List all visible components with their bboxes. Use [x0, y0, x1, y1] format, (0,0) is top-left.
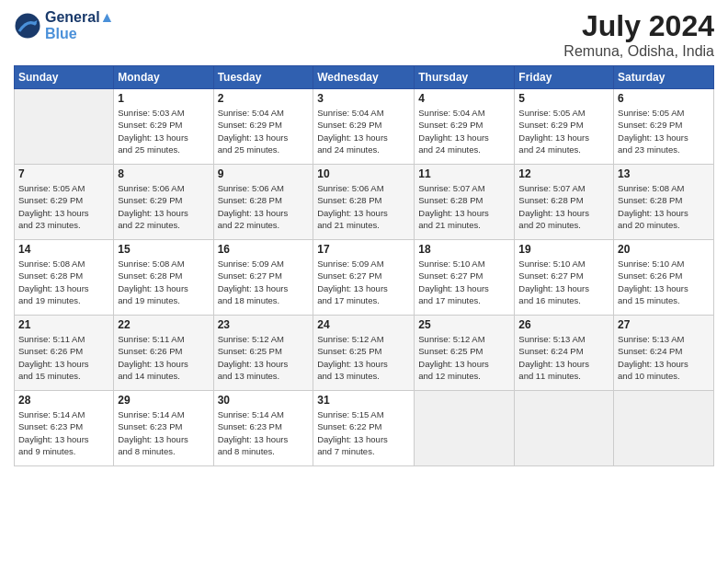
day-cell: 16Sunrise: 5:09 AM Sunset: 6:27 PM Dayli…: [213, 240, 313, 316]
day-number: 17: [317, 243, 410, 256]
day-number: 11: [418, 167, 510, 180]
day-cell: 14Sunrise: 5:08 AM Sunset: 6:28 PM Dayli…: [15, 240, 114, 316]
week-row-5: 28Sunrise: 5:14 AM Sunset: 6:23 PM Dayli…: [15, 391, 714, 466]
day-number: 21: [18, 318, 109, 331]
day-info: Sunrise: 5:05 AM Sunset: 6:29 PM Dayligh…: [618, 107, 710, 155]
logo-icon: [14, 12, 41, 40]
day-cell: 9Sunrise: 5:06 AM Sunset: 6:28 PM Daylig…: [213, 165, 313, 240]
day-info: Sunrise: 5:08 AM Sunset: 6:28 PM Dayligh…: [118, 258, 209, 306]
weekday-header-row: SundayMondayTuesdayWednesdayThursdayFrid…: [15, 66, 714, 89]
day-number: 2: [218, 92, 310, 105]
location-title: Remuna, Odisha, India: [563, 43, 714, 60]
day-number: 1: [118, 92, 209, 105]
day-cell: 28Sunrise: 5:14 AM Sunset: 6:23 PM Dayli…: [15, 391, 114, 466]
day-number: 26: [518, 318, 609, 331]
day-info: Sunrise: 5:14 AM Sunset: 6:23 PM Dayligh…: [118, 408, 209, 457]
day-cell: 11Sunrise: 5:07 AM Sunset: 6:28 PM Dayli…: [415, 165, 515, 240]
day-cell: 6Sunrise: 5:05 AM Sunset: 6:29 PM Daylig…: [614, 89, 714, 165]
logo-text: General▲ Blue: [45, 9, 114, 42]
day-cell: 29Sunrise: 5:14 AM Sunset: 6:23 PM Dayli…: [114, 391, 213, 466]
day-info: Sunrise: 5:07 AM Sunset: 6:28 PM Dayligh…: [418, 182, 510, 231]
weekday-header-friday: Friday: [515, 66, 614, 89]
day-info: Sunrise: 5:06 AM Sunset: 6:28 PM Dayligh…: [317, 182, 410, 231]
week-row-3: 14Sunrise: 5:08 AM Sunset: 6:28 PM Dayli…: [15, 240, 714, 316]
day-info: Sunrise: 5:07 AM Sunset: 6:28 PM Dayligh…: [518, 182, 609, 231]
day-info: Sunrise: 5:10 AM Sunset: 6:27 PM Dayligh…: [518, 258, 609, 306]
weekday-header-monday: Monday: [114, 66, 213, 89]
week-row-4: 21Sunrise: 5:11 AM Sunset: 6:26 PM Dayli…: [15, 316, 714, 391]
day-cell: 21Sunrise: 5:11 AM Sunset: 6:26 PM Dayli…: [15, 316, 114, 391]
day-info: Sunrise: 5:04 AM Sunset: 6:29 PM Dayligh…: [418, 107, 510, 155]
day-cell: 5Sunrise: 5:05 AM Sunset: 6:29 PM Daylig…: [515, 89, 614, 165]
day-cell: 27Sunrise: 5:13 AM Sunset: 6:24 PM Dayli…: [614, 316, 714, 391]
day-number: 8: [118, 167, 209, 180]
day-info: Sunrise: 5:11 AM Sunset: 6:26 PM Dayligh…: [118, 333, 209, 382]
day-number: 16: [218, 243, 310, 256]
day-info: Sunrise: 5:14 AM Sunset: 6:23 PM Dayligh…: [18, 408, 109, 457]
day-info: Sunrise: 5:05 AM Sunset: 6:29 PM Dayligh…: [18, 182, 109, 231]
day-number: 28: [18, 394, 109, 407]
day-cell: 7Sunrise: 5:05 AM Sunset: 6:29 PM Daylig…: [15, 165, 114, 240]
day-info: Sunrise: 5:10 AM Sunset: 6:27 PM Dayligh…: [418, 258, 510, 306]
day-info: Sunrise: 5:04 AM Sunset: 6:29 PM Dayligh…: [317, 107, 410, 155]
title-block: July 2024 Remuna, Odisha, India: [563, 9, 714, 60]
day-cell: [415, 391, 515, 466]
day-number: 24: [317, 318, 410, 331]
day-cell: [515, 391, 614, 466]
header: General▲ Blue July 2024 Remuna, Odisha, …: [14, 9, 714, 60]
day-number: 10: [317, 167, 410, 180]
day-number: 19: [518, 243, 609, 256]
day-number: 13: [618, 167, 710, 180]
day-cell: 12Sunrise: 5:07 AM Sunset: 6:28 PM Dayli…: [515, 165, 614, 240]
day-cell: 10Sunrise: 5:06 AM Sunset: 6:28 PM Dayli…: [313, 165, 415, 240]
day-info: Sunrise: 5:08 AM Sunset: 6:28 PM Dayligh…: [618, 182, 710, 231]
day-number: 30: [218, 394, 310, 407]
weekday-header-sunday: Sunday: [15, 66, 114, 89]
day-number: 31: [317, 394, 410, 407]
weekday-header-saturday: Saturday: [614, 66, 714, 89]
day-cell: 19Sunrise: 5:10 AM Sunset: 6:27 PM Dayli…: [515, 240, 614, 316]
day-cell: 3Sunrise: 5:04 AM Sunset: 6:29 PM Daylig…: [313, 89, 415, 165]
weekday-header-tuesday: Tuesday: [213, 66, 313, 89]
calendar-container: General▲ Blue July 2024 Remuna, Odisha, …: [0, 0, 728, 476]
day-number: 6: [618, 92, 710, 105]
day-number: 7: [18, 167, 109, 180]
day-info: Sunrise: 5:12 AM Sunset: 6:25 PM Dayligh…: [418, 333, 510, 382]
day-number: 9: [218, 167, 310, 180]
day-info: Sunrise: 5:15 AM Sunset: 6:22 PM Dayligh…: [317, 408, 410, 457]
day-cell: 17Sunrise: 5:09 AM Sunset: 6:27 PM Dayli…: [313, 240, 415, 316]
day-number: 20: [618, 243, 710, 256]
day-number: 27: [618, 318, 710, 331]
week-row-1: 1Sunrise: 5:03 AM Sunset: 6:29 PM Daylig…: [15, 89, 714, 165]
day-number: 22: [118, 318, 209, 331]
week-row-2: 7Sunrise: 5:05 AM Sunset: 6:29 PM Daylig…: [15, 165, 714, 240]
day-info: Sunrise: 5:04 AM Sunset: 6:29 PM Dayligh…: [218, 107, 310, 155]
day-number: 29: [118, 394, 209, 407]
weekday-header-wednesday: Wednesday: [313, 66, 415, 89]
day-number: 15: [118, 243, 209, 256]
day-cell: 8Sunrise: 5:06 AM Sunset: 6:29 PM Daylig…: [114, 165, 213, 240]
day-cell: [15, 89, 114, 165]
day-number: 14: [18, 243, 109, 256]
day-info: Sunrise: 5:09 AM Sunset: 6:27 PM Dayligh…: [218, 258, 310, 306]
day-cell: 25Sunrise: 5:12 AM Sunset: 6:25 PM Dayli…: [415, 316, 515, 391]
logo: General▲ Blue: [14, 9, 114, 42]
day-info: Sunrise: 5:13 AM Sunset: 6:24 PM Dayligh…: [618, 333, 710, 382]
day-cell: [614, 391, 714, 466]
day-info: Sunrise: 5:06 AM Sunset: 6:28 PM Dayligh…: [218, 182, 310, 231]
day-info: Sunrise: 5:12 AM Sunset: 6:25 PM Dayligh…: [317, 333, 410, 382]
day-number: 5: [518, 92, 609, 105]
day-number: 18: [418, 243, 510, 256]
day-info: Sunrise: 5:12 AM Sunset: 6:25 PM Dayligh…: [218, 333, 310, 382]
day-cell: 2Sunrise: 5:04 AM Sunset: 6:29 PM Daylig…: [213, 89, 313, 165]
day-cell: 20Sunrise: 5:10 AM Sunset: 6:26 PM Dayli…: [614, 240, 714, 316]
day-cell: 22Sunrise: 5:11 AM Sunset: 6:26 PM Dayli…: [114, 316, 213, 391]
day-number: 25: [418, 318, 510, 331]
month-title: July 2024: [563, 9, 714, 43]
day-number: 3: [317, 92, 410, 105]
day-info: Sunrise: 5:06 AM Sunset: 6:29 PM Dayligh…: [118, 182, 209, 231]
day-cell: 1Sunrise: 5:03 AM Sunset: 6:29 PM Daylig…: [114, 89, 213, 165]
day-number: 4: [418, 92, 510, 105]
calendar-table: SundayMondayTuesdayWednesdayThursdayFrid…: [14, 65, 714, 466]
day-cell: 30Sunrise: 5:14 AM Sunset: 6:23 PM Dayli…: [213, 391, 313, 466]
